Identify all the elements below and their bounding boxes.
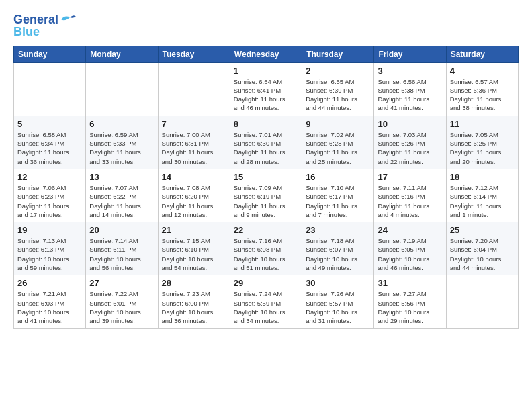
bird-icon xyxy=(60,14,76,25)
day-number: 1 xyxy=(234,66,298,76)
day-info: Sunrise: 7:02 AM Sunset: 6:28 PM Dayligh… xyxy=(306,130,370,166)
calendar-cell: 10Sunrise: 7:03 AM Sunset: 6:26 PM Dayli… xyxy=(374,116,446,169)
calendar-cell: 17Sunrise: 7:11 AM Sunset: 6:16 PM Dayli… xyxy=(374,169,446,222)
calendar-cell: 9Sunrise: 7:02 AM Sunset: 6:28 PM Daylig… xyxy=(302,116,374,169)
day-info: Sunrise: 7:19 AM Sunset: 6:05 PM Dayligh… xyxy=(378,236,442,272)
day-info: Sunrise: 7:23 AM Sunset: 6:00 PM Dayligh… xyxy=(162,289,226,325)
day-number: 5 xyxy=(17,119,82,129)
day-info: Sunrise: 6:59 AM Sunset: 6:33 PM Dayligh… xyxy=(89,130,154,166)
calendar-cell xyxy=(14,62,86,116)
calendar-cell: 21Sunrise: 7:15 AM Sunset: 6:10 PM Dayli… xyxy=(158,222,230,275)
calendar-cell: 20Sunrise: 7:14 AM Sunset: 6:11 PM Dayli… xyxy=(86,222,158,275)
day-info: Sunrise: 7:14 AM Sunset: 6:11 PM Dayligh… xyxy=(89,236,154,272)
calendar-cell: 1Sunrise: 6:54 AM Sunset: 6:41 PM Daylig… xyxy=(230,62,302,116)
calendar-cell: 29Sunrise: 7:24 AM Sunset: 5:59 PM Dayli… xyxy=(230,275,302,328)
day-info: Sunrise: 7:18 AM Sunset: 6:07 PM Dayligh… xyxy=(306,236,370,272)
day-header-tuesday: Tuesday xyxy=(158,46,230,62)
day-number: 26 xyxy=(17,278,82,288)
calendar-cell: 26Sunrise: 7:21 AM Sunset: 6:03 PM Dayli… xyxy=(14,275,86,328)
calendar-cell: 31Sunrise: 7:27 AM Sunset: 5:56 PM Dayli… xyxy=(374,275,446,328)
calendar-cell: 28Sunrise: 7:23 AM Sunset: 6:00 PM Dayli… xyxy=(158,275,230,328)
day-number: 10 xyxy=(378,119,442,129)
day-info: Sunrise: 7:06 AM Sunset: 6:23 PM Dayligh… xyxy=(17,183,82,219)
day-number: 11 xyxy=(450,119,515,129)
calendar-week-4: 19Sunrise: 7:13 AM Sunset: 6:13 PM Dayli… xyxy=(14,222,519,275)
day-info: Sunrise: 7:09 AM Sunset: 6:19 PM Dayligh… xyxy=(234,183,298,219)
calendar-cell: 5Sunrise: 6:58 AM Sunset: 6:34 PM Daylig… xyxy=(14,116,86,169)
calendar-week-3: 12Sunrise: 7:06 AM Sunset: 6:23 PM Dayli… xyxy=(14,169,519,222)
day-number: 30 xyxy=(306,278,370,288)
calendar-cell: 22Sunrise: 7:16 AM Sunset: 6:08 PM Dayli… xyxy=(230,222,302,275)
day-info: Sunrise: 7:07 AM Sunset: 6:22 PM Dayligh… xyxy=(89,183,154,219)
calendar-cell: 8Sunrise: 7:01 AM Sunset: 6:30 PM Daylig… xyxy=(230,116,302,169)
day-header-saturday: Saturday xyxy=(446,46,518,62)
day-number: 12 xyxy=(17,172,82,182)
day-info: Sunrise: 7:15 AM Sunset: 6:10 PM Dayligh… xyxy=(162,236,226,272)
calendar-cell: 15Sunrise: 7:09 AM Sunset: 6:19 PM Dayli… xyxy=(230,169,302,222)
day-info: Sunrise: 7:11 AM Sunset: 6:16 PM Dayligh… xyxy=(378,183,442,219)
day-info: Sunrise: 7:12 AM Sunset: 6:14 PM Dayligh… xyxy=(450,183,515,219)
calendar-week-5: 26Sunrise: 7:21 AM Sunset: 6:03 PM Dayli… xyxy=(14,275,519,328)
day-info: Sunrise: 7:26 AM Sunset: 5:57 PM Dayligh… xyxy=(306,289,370,325)
page-header: General Blue xyxy=(13,13,519,39)
day-number: 31 xyxy=(378,278,442,288)
day-number: 4 xyxy=(450,66,515,76)
day-number: 7 xyxy=(162,119,226,129)
logo: General Blue xyxy=(13,13,76,39)
calendar-cell xyxy=(86,62,158,116)
day-number: 29 xyxy=(234,278,298,288)
day-info: Sunrise: 6:58 AM Sunset: 6:34 PM Dayligh… xyxy=(17,130,82,166)
day-number: 22 xyxy=(234,225,298,235)
day-header-thursday: Thursday xyxy=(302,46,374,62)
day-number: 21 xyxy=(162,225,226,235)
day-header-wednesday: Wednesday xyxy=(230,46,302,62)
day-number: 23 xyxy=(306,225,370,235)
day-number: 19 xyxy=(17,225,82,235)
day-info: Sunrise: 7:01 AM Sunset: 6:30 PM Dayligh… xyxy=(234,130,298,166)
day-info: Sunrise: 7:10 AM Sunset: 6:17 PM Dayligh… xyxy=(306,183,370,219)
calendar-cell: 14Sunrise: 7:08 AM Sunset: 6:20 PM Dayli… xyxy=(158,169,230,222)
calendar-cell: 3Sunrise: 6:56 AM Sunset: 6:38 PM Daylig… xyxy=(374,62,446,116)
day-number: 2 xyxy=(306,66,370,76)
day-number: 14 xyxy=(162,172,226,182)
day-info: Sunrise: 7:22 AM Sunset: 6:01 PM Dayligh… xyxy=(89,289,154,325)
day-number: 9 xyxy=(306,119,370,129)
day-info: Sunrise: 7:08 AM Sunset: 6:20 PM Dayligh… xyxy=(162,183,226,219)
calendar-cell xyxy=(158,62,230,116)
day-number: 8 xyxy=(234,119,298,129)
calendar-cell: 27Sunrise: 7:22 AM Sunset: 6:01 PM Dayli… xyxy=(86,275,158,328)
calendar-cell: 4Sunrise: 6:57 AM Sunset: 6:36 PM Daylig… xyxy=(446,62,518,116)
calendar-cell: 7Sunrise: 7:00 AM Sunset: 6:31 PM Daylig… xyxy=(158,116,230,169)
day-number: 13 xyxy=(89,172,154,182)
calendar-cell: 6Sunrise: 6:59 AM Sunset: 6:33 PM Daylig… xyxy=(86,116,158,169)
day-number: 6 xyxy=(89,119,154,129)
day-header-sunday: Sunday xyxy=(14,46,86,62)
calendar-cell: 23Sunrise: 7:18 AM Sunset: 6:07 PM Dayli… xyxy=(302,222,374,275)
day-header-monday: Monday xyxy=(86,46,158,62)
day-number: 25 xyxy=(450,225,515,235)
day-number: 20 xyxy=(89,225,154,235)
logo-blue: Blue xyxy=(13,26,76,39)
calendar-cell: 30Sunrise: 7:26 AM Sunset: 5:57 PM Dayli… xyxy=(302,275,374,328)
calendar-cell: 11Sunrise: 7:05 AM Sunset: 6:25 PM Dayli… xyxy=(446,116,518,169)
day-info: Sunrise: 7:05 AM Sunset: 6:25 PM Dayligh… xyxy=(450,130,515,166)
calendar-cell: 12Sunrise: 7:06 AM Sunset: 6:23 PM Dayli… xyxy=(14,169,86,222)
day-info: Sunrise: 7:03 AM Sunset: 6:26 PM Dayligh… xyxy=(378,130,442,166)
day-info: Sunrise: 7:27 AM Sunset: 5:56 PM Dayligh… xyxy=(378,289,442,325)
day-number: 28 xyxy=(162,278,226,288)
calendar-cell: 19Sunrise: 7:13 AM Sunset: 6:13 PM Dayli… xyxy=(14,222,86,275)
day-number: 18 xyxy=(450,172,515,182)
day-number: 27 xyxy=(89,278,154,288)
day-info: Sunrise: 7:00 AM Sunset: 6:31 PM Dayligh… xyxy=(162,130,226,166)
calendar-cell xyxy=(446,275,518,328)
day-info: Sunrise: 7:13 AM Sunset: 6:13 PM Dayligh… xyxy=(17,236,82,272)
day-number: 15 xyxy=(234,172,298,182)
day-info: Sunrise: 7:16 AM Sunset: 6:08 PM Dayligh… xyxy=(234,236,298,272)
day-header-friday: Friday xyxy=(374,46,446,62)
calendar-cell: 24Sunrise: 7:19 AM Sunset: 6:05 PM Dayli… xyxy=(374,222,446,275)
calendar-table: SundayMondayTuesdayWednesdayThursdayFrid… xyxy=(13,46,519,329)
calendar-week-1: 1Sunrise: 6:54 AM Sunset: 6:41 PM Daylig… xyxy=(14,62,519,116)
day-info: Sunrise: 6:54 AM Sunset: 6:41 PM Dayligh… xyxy=(234,77,298,113)
day-info: Sunrise: 7:20 AM Sunset: 6:04 PM Dayligh… xyxy=(450,236,515,272)
day-number: 3 xyxy=(378,66,442,76)
